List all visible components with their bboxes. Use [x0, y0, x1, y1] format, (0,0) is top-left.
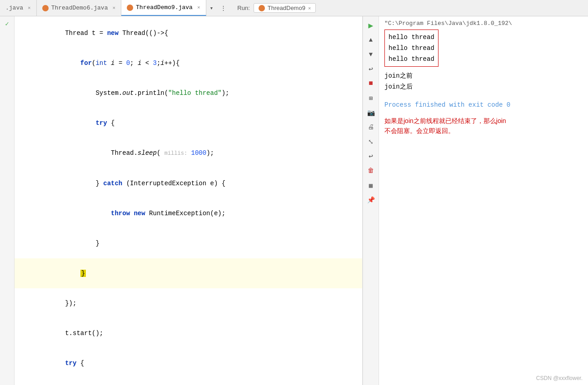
tab-java[interactable]: .java × [0, 0, 37, 16]
layout-button[interactable]: ⊞ [365, 93, 376, 104]
output-panel: "C:\Program Files\Java\jdk1.8.0_192\ hel… [379, 16, 588, 385]
run-area: Run: ThreadDemo9 × [232, 0, 321, 16]
scroll-up-button[interactable]: ▲ [365, 35, 376, 45]
code-line-11: t.start(); [15, 318, 362, 348]
print-button[interactable]: 🖨 [365, 122, 376, 133]
join-before-line: join之前 [384, 70, 583, 81]
tab-demo9[interactable]: ThreadDemo9.java × [121, 0, 206, 16]
code-line-2: for(int i = 0; i < 3;i++){ [15, 48, 362, 78]
code-line-13: Thread.sleep( millis: 5000); [15, 378, 362, 385]
tab-demo9-close[interactable]: × [197, 5, 200, 10]
delete-button[interactable]: 🗑 [365, 165, 376, 176]
tab-java-close[interactable]: × [28, 5, 31, 11]
stop-button[interactable]: ■ [365, 78, 376, 89]
code-line-1: Thread t = new Thread(()->{ [15, 18, 362, 48]
pin-button[interactable]: 📌 [365, 194, 376, 205]
watermark: CSDN @xxxflower. [536, 375, 583, 381]
tab-menu-button[interactable]: ⋮ [217, 5, 230, 12]
output-note: 如果是join之前线程就已经结束了，那么join不会阻塞。会立即返回。 [384, 116, 583, 136]
hello-thread-line-3: hello thread [389, 54, 434, 64]
tab-overflow-button[interactable]: ▾ [206, 5, 217, 12]
run-tab-icon [259, 5, 265, 11]
tab-demo6-close[interactable]: × [112, 5, 115, 11]
run-tab-close[interactable]: × [308, 5, 311, 11]
scroll-down-button[interactable]: ▼ [365, 49, 376, 60]
main-area: ✓ Thread t = new Thread(()->{ for(int i … [0, 16, 588, 385]
right-toolbar: ▶ ▲ ▼ ↩ ■ ⊞ 📷 🖨 ⤡ ↩ 🗑 ▦ 📌 [363, 16, 379, 385]
tab-java-label: .java [5, 5, 23, 11]
join-after-line: join之后 [384, 81, 583, 92]
tab-demo6-label: ThreadDemo6.java [51, 5, 108, 11]
tab-demo6-icon [42, 5, 49, 11]
process-done-line: Process finished with exit code 0 [384, 99, 583, 110]
output-content: "C:\Program Files\Java\jdk1.8.0_192\ hel… [379, 16, 588, 385]
resize-button[interactable]: ⤡ [365, 136, 376, 147]
tab-bar: .java × ThreadDemo6.java × ThreadDemo9.j… [0, 0, 588, 16]
back-button[interactable]: ↩ [365, 151, 376, 162]
tab-demo9-icon [127, 5, 133, 11]
tab-demo9-label: ThreadDemo9.java [136, 4, 193, 11]
code-line-12: try { [15, 348, 362, 378]
output-path: "C:\Program Files\Java\jdk1.8.0_192\ [384, 20, 583, 27]
code-line-8: } [15, 228, 362, 258]
camera-button[interactable]: 📷 [365, 107, 376, 118]
code-line-9: } [15, 258, 362, 288]
hello-thread-box: hello thread hello thread hello thread [384, 30, 439, 67]
code-line-3: System.out.println("hello thread"); [15, 78, 362, 108]
code-line-5: Thread.sleep( millis: 1000); [15, 138, 362, 168]
grid-button[interactable]: ▦ [365, 180, 376, 191]
code-line-10: }); [15, 288, 362, 318]
play-button[interactable]: ▶ [365, 20, 376, 31]
hello-thread-line-1: hello thread [389, 32, 434, 43]
run-tab-label: ThreadDemo9 [268, 5, 305, 11]
tab-demo6[interactable]: ThreadDemo6.java × [37, 0, 121, 16]
code-line-7: throw new RuntimeException(e); [15, 198, 362, 228]
code-line-6: } catch (InterruptedException e) { [15, 168, 362, 198]
run-label: Run: [237, 5, 249, 11]
code-line-4: try { [15, 108, 362, 138]
left-gutter: ✓ [0, 16, 15, 385]
run-tab[interactable]: ThreadDemo9 × [254, 3, 316, 13]
wrap-button[interactable]: ↩ [365, 64, 376, 74]
hello-thread-line-2: hello thread [389, 43, 434, 54]
code-editor[interactable]: Thread t = new Thread(()->{ for(int i = … [15, 16, 363, 385]
check-button[interactable]: ✓ [2, 18, 13, 29]
